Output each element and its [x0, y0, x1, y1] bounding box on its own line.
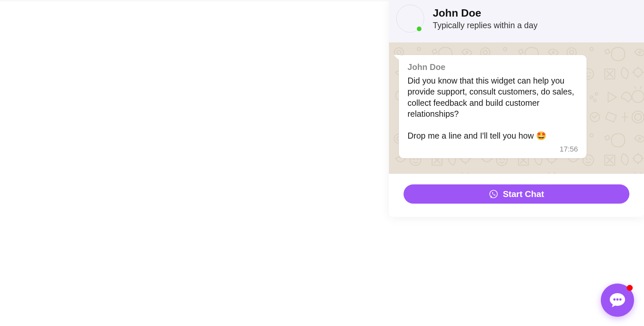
- start-chat-button[interactable]: Start Chat: [404, 184, 629, 204]
- avatar: [396, 5, 424, 33]
- chat-header: John Doe Typically replies within a day: [389, 0, 644, 42]
- chat-widget: John Doe Typically replies within a day: [389, 0, 644, 217]
- contact-name: John Doe: [433, 7, 537, 19]
- chat-launcher-button[interactable]: [601, 284, 634, 317]
- start-chat-label: Start Chat: [503, 189, 544, 199]
- header-text: John Doe Typically replies within a day: [433, 7, 537, 30]
- svg-point-16: [616, 298, 619, 301]
- chat-bubble-icon: [608, 291, 626, 309]
- presence-indicator: [417, 27, 421, 31]
- message-time: 17:56: [408, 145, 578, 154]
- reply-time-text: Typically replies within a day: [433, 21, 537, 30]
- message-sender: John Doe: [408, 62, 578, 72]
- message-bubble: John Doe Did you know that this widget c…: [399, 55, 587, 158]
- message-bubble-wrap: John Doe Did you know that this widget c…: [389, 42, 644, 169]
- svg-point-15: [613, 298, 616, 301]
- message-text: Did you know that this widget can help y…: [408, 75, 578, 142]
- chat-body: John Doe Did you know that this widget c…: [389, 42, 644, 174]
- svg-point-17: [619, 298, 622, 301]
- whatsapp-icon: [489, 189, 498, 199]
- chat-footer: Start Chat: [389, 174, 644, 217]
- svg-point-14: [490, 190, 498, 198]
- notification-badge: [627, 285, 633, 291]
